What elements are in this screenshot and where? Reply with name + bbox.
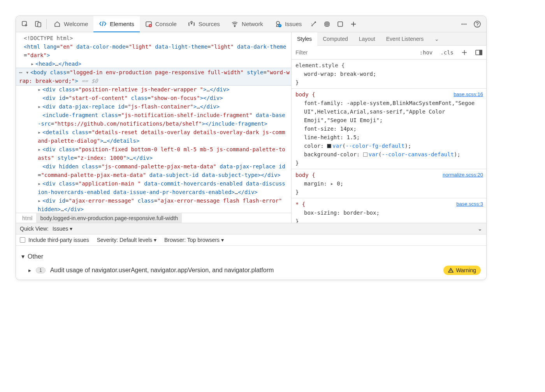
tab-elements[interactable]: Elements xyxy=(93,16,140,32)
css-rule[interactable]: base.scss:3 * { box-sizing: border-box; … xyxy=(292,198,486,223)
dom-node[interactable]: ▸<div class="position-relative js-header… xyxy=(24,85,287,94)
tab-console[interactable]: Console xyxy=(140,16,182,32)
css-rule[interactable]: base.scss:16 body { font-family: -apple-… xyxy=(292,89,486,169)
devtools-window: Welcome Elements Console Sources Network… xyxy=(16,16,487,280)
svg-rect-11 xyxy=(338,22,343,26)
network-icon xyxy=(231,21,239,28)
svg-rect-2 xyxy=(38,23,41,27)
breadcrumb-item[interactable]: body.logged-in.env-production.page-respo… xyxy=(36,213,182,223)
help-icon[interactable] xyxy=(471,18,484,31)
issue-title: Audit usage of navigator.userAgent, navi… xyxy=(50,267,274,274)
browser-dropdown[interactable]: Top browsers ▾ xyxy=(187,237,224,243)
css-rule[interactable]: element.style { word-wrap: break-word; } xyxy=(292,60,486,89)
svg-point-7 xyxy=(276,21,280,24)
toggle-sidebar-icon[interactable] xyxy=(471,50,486,55)
source-link[interactable]: base.scss:16 xyxy=(454,90,483,99)
dom-node[interactable]: <div id="start-of-content" class="show-o… xyxy=(24,94,287,102)
tab-label: Issues xyxy=(285,21,302,27)
plus-icon[interactable] xyxy=(347,18,360,31)
tab-sources[interactable]: Sources xyxy=(182,16,225,32)
svg-point-12 xyxy=(461,23,462,24)
tab-label: Sources xyxy=(199,21,220,27)
device-emulation-icon[interactable] xyxy=(32,18,45,31)
console-icon xyxy=(145,21,152,28)
dom-node[interactable]: ▸<div class="application-main " data-com… xyxy=(24,179,287,196)
dom-node[interactable]: <include-fragment class="js-notification… xyxy=(24,111,287,128)
source-link[interactable]: normalize.scss:20 xyxy=(443,171,483,179)
styles-tab-listeners[interactable]: Event Listeners xyxy=(381,32,429,46)
more-icon[interactable] xyxy=(457,18,471,31)
hov-toggle[interactable]: :hov xyxy=(416,48,437,57)
svg-rect-18 xyxy=(480,50,482,55)
styles-pane: Styles Computed Layout Event Listeners ⌄… xyxy=(292,32,486,223)
issues-icon xyxy=(274,21,282,28)
dom-node[interactable]: ▸<div data-pjax-replace id="js-flash-con… xyxy=(24,102,287,111)
dom-node[interactable]: <!DOCTYPE html> xyxy=(24,34,287,42)
issue-count-badge: 1 xyxy=(36,267,46,273)
quickview-label: Quick View: xyxy=(20,226,49,232)
styles-tab-styles[interactable]: Styles xyxy=(292,32,317,46)
include-third-party-checkbox[interactable] xyxy=(20,237,25,243)
quickview-target[interactable]: Issues ▾ xyxy=(53,226,72,232)
tab-label: Elements xyxy=(110,21,134,27)
chevron-down-icon[interactable]: ⌄ xyxy=(429,32,445,46)
inspect-element-icon[interactable] xyxy=(18,18,32,31)
dom-node[interactable]: ▸<div class="position-fixed bottom-0 lef… xyxy=(24,145,287,162)
chevron-down-icon[interactable]: ⌄ xyxy=(478,226,482,232)
dom-node[interactable]: ▸<head>…</head> xyxy=(24,60,287,68)
main-toolbar: Welcome Elements Console Sources Network… xyxy=(16,16,486,32)
sources-icon xyxy=(188,21,195,28)
chip-icon[interactable] xyxy=(320,18,334,31)
dom-tree-pane[interactable]: <!DOCTYPE html> <html lang="en" data-col… xyxy=(16,32,292,223)
breadcrumb: html body.logged-in.env-production.page-… xyxy=(16,213,291,223)
tab-network[interactable]: Network xyxy=(225,16,269,32)
styles-tab-layout[interactable]: Layout xyxy=(353,32,381,46)
quickview-panel: Quick View: Issues ▾ ⌄ Include third-par… xyxy=(16,223,486,280)
dock-icon[interactable] xyxy=(334,18,347,31)
svg-rect-9 xyxy=(325,22,329,26)
styles-tab-computed[interactable]: Computed xyxy=(317,32,353,46)
wand-icon[interactable] xyxy=(307,18,320,31)
svg-point-16 xyxy=(477,25,478,26)
breadcrumb-item[interactable]: html xyxy=(18,213,36,223)
css-rule[interactable]: normalize.scss:20 body { margin: ▸ 0; } xyxy=(292,169,486,198)
warning-badge: Warning xyxy=(443,266,481,275)
dom-node[interactable]: <div hidden class="js-command-palette-pj… xyxy=(24,162,287,179)
svg-point-14 xyxy=(465,23,466,24)
dom-node[interactable]: ▸<details class="details-reset details-o… xyxy=(24,128,287,145)
issue-category[interactable]: ▾ Other xyxy=(21,250,481,266)
tab-label: Welcome xyxy=(64,21,88,27)
elements-icon xyxy=(99,20,107,27)
dom-node[interactable]: ▸<div id="ajax-error-message" class="aja… xyxy=(24,196,287,214)
tab-label: Console xyxy=(155,21,177,27)
severity-dropdown[interactable]: Default levels ▾ xyxy=(120,237,156,243)
new-rule-icon[interactable] xyxy=(457,49,471,56)
svg-point-15 xyxy=(474,21,480,27)
tab-welcome[interactable]: Welcome xyxy=(48,16,93,32)
tab-label: Network xyxy=(242,21,263,27)
browser-label: Browser: xyxy=(164,237,186,243)
svg-point-13 xyxy=(463,23,464,24)
dom-node-selected[interactable]: ⋯ ▾<body class="logged-in env-production… xyxy=(16,68,291,85)
cls-toggle[interactable]: .cls xyxy=(436,48,457,57)
dom-node[interactable]: <html lang="en" data-color-mode="light" … xyxy=(24,42,287,60)
issue-item[interactable]: ▸ 1 Audit usage of navigator.userAgent, … xyxy=(21,266,481,275)
styles-filter-input[interactable] xyxy=(292,49,416,56)
chevron-down-icon: ▾ xyxy=(21,253,25,260)
home-icon xyxy=(54,21,61,28)
svg-point-6 xyxy=(234,26,235,26)
svg-point-5 xyxy=(191,21,192,23)
chevron-right-icon: ▸ xyxy=(28,267,31,273)
include-third-party-label: Include third-party issues xyxy=(28,237,89,243)
source-link[interactable]: base.scss:3 xyxy=(456,200,483,208)
svg-point-10 xyxy=(326,23,328,25)
severity-label: Severity: xyxy=(97,237,118,243)
tab-issues[interactable]: Issues xyxy=(269,16,307,32)
